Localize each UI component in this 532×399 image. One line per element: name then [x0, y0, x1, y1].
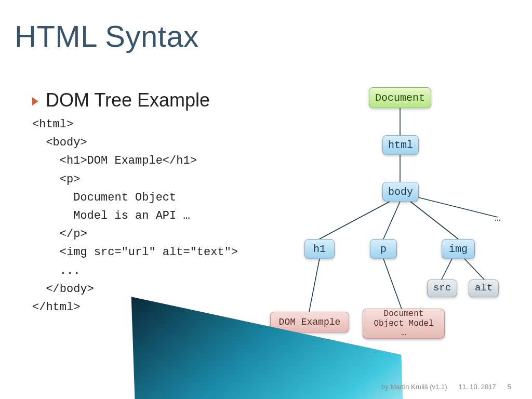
- footer-page: 5: [508, 383, 511, 391]
- code-sample: <html> <body> <h1>DOM Example</h1> <p> D…: [32, 115, 238, 316]
- corner-accent: [0, 357, 177, 399]
- bullet-row: DOM Tree Example: [32, 89, 210, 111]
- node-h1: h1: [304, 239, 335, 259]
- svg-line-3: [383, 202, 400, 239]
- slide-title: HTML Syntax: [15, 19, 199, 54]
- dom-tree-diagram: Document html body h1 p img … src alt DO…: [270, 78, 520, 358]
- svg-line-8: [442, 259, 452, 280]
- node-src: src: [427, 280, 457, 297]
- node-p: p: [370, 239, 397, 259]
- slide: HTML Syntax DOM Tree Example <html> <bod…: [0, 0, 532, 399]
- svg-line-2: [320, 202, 390, 239]
- svg-line-5: [418, 197, 498, 217]
- node-img: img: [442, 239, 475, 259]
- footer: by Martin Kruliš (v1.1) 11. 10. 2017 5: [381, 383, 511, 391]
- node-p-text: Document Object Model …: [363, 309, 445, 339]
- bullet-icon: [32, 97, 38, 105]
- node-html: html: [382, 135, 419, 155]
- node-document: Document: [369, 87, 431, 108]
- node-alt: alt: [469, 280, 499, 297]
- footer-author: by Martin Kruliš (v1.1): [381, 383, 447, 391]
- bullet-text: DOM Tree Example: [46, 89, 210, 111]
- node-body: body: [382, 182, 419, 202]
- node-ellipsis: …: [495, 212, 501, 224]
- svg-line-7: [383, 259, 403, 312]
- svg-line-6: [309, 259, 320, 312]
- footer-date: 11. 10. 2017: [458, 383, 496, 391]
- svg-line-9: [464, 259, 484, 280]
- svg-line-4: [410, 202, 458, 239]
